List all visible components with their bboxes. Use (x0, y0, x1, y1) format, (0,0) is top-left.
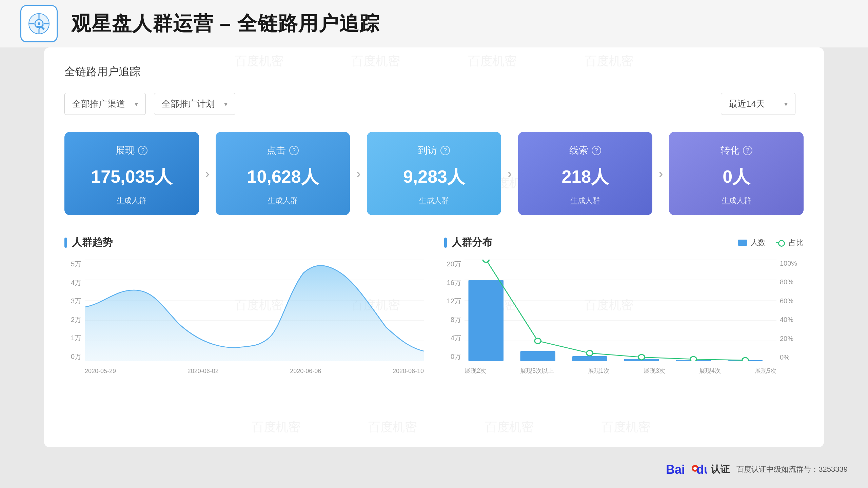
logo-box (20, 5, 58, 42)
metric-action-0[interactable]: 生成人群 (75, 196, 189, 206)
plan-chevron-icon: ▾ (224, 100, 228, 108)
trend-chart-svg (85, 260, 424, 361)
metric-label-1: 点击 ? (226, 144, 340, 157)
svg-rect-21 (520, 351, 555, 361)
metric-card-4: 转化 ? 0人 生成人群 (669, 132, 804, 215)
question-icon-0: ? (138, 146, 147, 155)
metric-number-2: 9,283人 (377, 165, 491, 189)
metric-label-0: 展现 ? (75, 144, 189, 157)
metric-cards: 展现 ? 175,035人 生成人群 › 点击 ? 10,628人 生成人群 ›… (64, 132, 804, 215)
metric-number-3: 218人 (528, 165, 643, 189)
time-filter-label: 最近14天 (729, 98, 765, 110)
channel-filter[interactable]: 全部推广渠道 ▾ (64, 93, 146, 115)
question-icon-3: ? (592, 146, 601, 155)
svg-point-28 (587, 350, 593, 356)
trend-chart-container: 人群趋势 5万 4万 3万 2万 1万 0万 (64, 236, 424, 375)
svg-point-29 (638, 354, 645, 360)
question-icon-4: ? (743, 146, 752, 155)
footer: Bai du 认证 百度认证中级如流群号：3253339 (666, 461, 848, 478)
metric-action-4[interactable]: 生成人群 (679, 196, 793, 206)
header: 观星盘人群运营 – 全链路用户追踪 (0, 0, 868, 47)
question-icon-1: ? (289, 146, 299, 155)
metric-number-1: 10,628人 (226, 165, 340, 189)
svg-text:Bai: Bai (666, 463, 685, 476)
metric-label-4: 转化 ? (679, 144, 793, 157)
charts-row: 人群趋势 5万 4万 3万 2万 1万 0万 (64, 236, 804, 375)
trend-x-axis: 2020-05-29 2020-06-02 2020-06-06 2020-06… (85, 368, 424, 375)
chart-legend: 人数 占比 (738, 238, 804, 248)
distribution-chart-area: 20万 16万 12万 8万 4万 0万 100% 80% 60% 40% 20… (444, 260, 804, 375)
legend-people-box (738, 240, 747, 246)
metric-card-2: 到访 ? 9,283人 生成人群 (367, 132, 501, 215)
legend-ratio-label: 占比 (789, 238, 804, 248)
legend-ratio-line (776, 242, 785, 243)
section-title: 全链路用户追踪 (64, 64, 804, 79)
metric-label-3: 线索 ? (528, 144, 643, 157)
metric-label-2: 到访 ? (377, 144, 491, 157)
metric-card-1: 点击 ? 10,628人 生成人群 (216, 132, 350, 215)
svg-point-31 (742, 358, 748, 361)
distribution-chart-title: 人群分布 (444, 236, 492, 249)
metric-action-3[interactable]: 生成人群 (528, 196, 643, 206)
arrow-2: › (501, 166, 518, 181)
svg-rect-20 (469, 280, 504, 361)
metric-card-0: 展现 ? 175,035人 生成人群 (64, 132, 199, 215)
arrow-1: › (350, 166, 367, 181)
dist-chart-svg-container (465, 260, 776, 361)
dist-y-axis-right: 100% 80% 60% 40% 20% 0% (776, 260, 804, 361)
metric-action-2[interactable]: 生成人群 (377, 196, 491, 206)
main-content: 全链路用户追踪 全部推广渠道 ▾ 全部推广计划 ▾ 最近14天 ▾ 展现 ? 1… (44, 47, 824, 447)
distribution-chart-container: 人群分布 人数 占比 20万 16万 12万 (444, 236, 804, 375)
plan-filter-label: 全部推广计划 (162, 98, 215, 110)
channel-filter-label: 全部推广渠道 (72, 98, 125, 110)
metric-card-3: 线索 ? 218人 生成人群 (518, 132, 653, 215)
svg-rect-22 (572, 356, 607, 361)
footer-desc: 百度认证中级如流群号：3253339 (736, 464, 848, 474)
svg-point-27 (535, 338, 541, 344)
plan-filter[interactable]: 全部推广计划 ▾ (154, 93, 235, 115)
channel-chevron-icon: ▾ (135, 100, 138, 108)
question-icon-2: ? (440, 146, 450, 155)
metric-action-1[interactable]: 生成人群 (226, 196, 340, 206)
svg-point-30 (690, 357, 696, 361)
legend-ratio: 占比 (776, 238, 804, 248)
header-title: 观星盘人群运营 – 全链路用户追踪 (71, 11, 380, 37)
baidu-logo: Bai du 认证 (666, 461, 730, 478)
svg-point-26 (483, 260, 489, 262)
filter-row: 全部推广渠道 ▾ 全部推广计划 ▾ 最近14天 ▾ (64, 93, 804, 115)
time-filter[interactable]: 最近14天 ▾ (721, 93, 795, 115)
metric-number-0: 175,035人 (75, 165, 189, 189)
metric-number-4: 0人 (679, 165, 793, 189)
trend-chart-area: 5万 4万 3万 2万 1万 0万 (64, 260, 424, 375)
time-chevron-icon: ▾ (784, 100, 788, 108)
dist-chart-svg (465, 260, 776, 361)
dist-x-axis: 展现2次 展现5次以上 展现1次 展现3次 展现4次 展现5次 (465, 367, 776, 375)
svg-point-2 (38, 22, 40, 25)
trend-chart-title: 人群趋势 (64, 236, 424, 249)
legend-people-label: 人数 (751, 238, 766, 248)
dist-y-axis-left: 20万 16万 12万 8万 4万 0万 (444, 260, 465, 361)
arrow-0: › (199, 166, 216, 181)
trend-chart-svg-container (85, 260, 424, 361)
svg-text:du: du (696, 463, 707, 476)
trend-y-axis: 5万 4万 3万 2万 1万 0万 (64, 260, 85, 361)
legend-people: 人数 (738, 238, 766, 248)
arrow-3: › (652, 166, 669, 181)
cert-label: 认证 (711, 463, 730, 476)
logo-icon (27, 12, 51, 36)
baidu-logo-svg: Bai du (666, 461, 707, 478)
